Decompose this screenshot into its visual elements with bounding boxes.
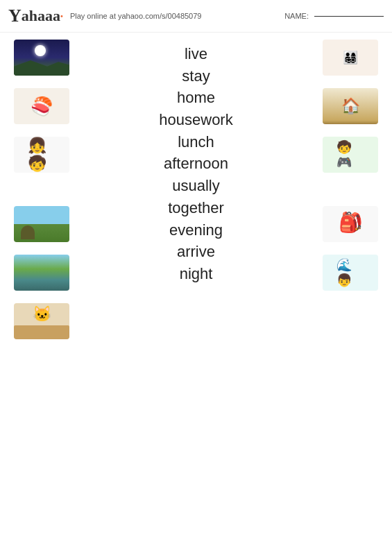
image-family bbox=[323, 40, 378, 76]
header-name-label: NAME: bbox=[284, 12, 384, 20]
image-outdoor bbox=[14, 206, 69, 242]
word-lunch: lunch bbox=[178, 132, 214, 153]
logo-superscript: • bbox=[60, 12, 63, 20]
word-evening: evening bbox=[169, 220, 223, 241]
word-usually: usually bbox=[172, 176, 219, 196]
image-night-mountains bbox=[14, 40, 69, 76]
name-line bbox=[314, 16, 384, 17]
header-play-text: Play online at yahaoo.com/s/00485079 bbox=[70, 12, 278, 20]
image-sushi bbox=[14, 88, 69, 124]
image-room bbox=[323, 88, 378, 124]
image-river bbox=[14, 255, 69, 291]
word-stay: stay bbox=[182, 66, 210, 87]
image-cat bbox=[14, 303, 69, 339]
logo: Y ahaaa • bbox=[8, 6, 63, 26]
right-image-column bbox=[316, 40, 392, 442]
logo-text: ahaaa bbox=[22, 7, 60, 25]
image-kids-play bbox=[323, 137, 378, 173]
header: Y ahaaa • Play online at yahaoo.com/s/00… bbox=[0, 0, 392, 33]
word-afternoon: afternoon bbox=[164, 153, 228, 174]
word-housework: housework bbox=[159, 110, 232, 130]
word-live: live bbox=[185, 44, 207, 65]
word-list: live stay home housework lunch afternoon… bbox=[76, 40, 316, 442]
left-image-column bbox=[0, 40, 76, 442]
image-arrive bbox=[323, 255, 378, 291]
word-together: together bbox=[168, 198, 224, 219]
word-arrive: arrive bbox=[177, 241, 215, 262]
word-home: home bbox=[177, 87, 215, 108]
word-night: night bbox=[180, 264, 213, 284]
logo-y-letter: Y bbox=[8, 6, 22, 26]
image-backpack bbox=[323, 206, 378, 242]
image-people bbox=[14, 137, 69, 173]
main-content: live stay home housework lunch afternoon… bbox=[0, 33, 392, 449]
